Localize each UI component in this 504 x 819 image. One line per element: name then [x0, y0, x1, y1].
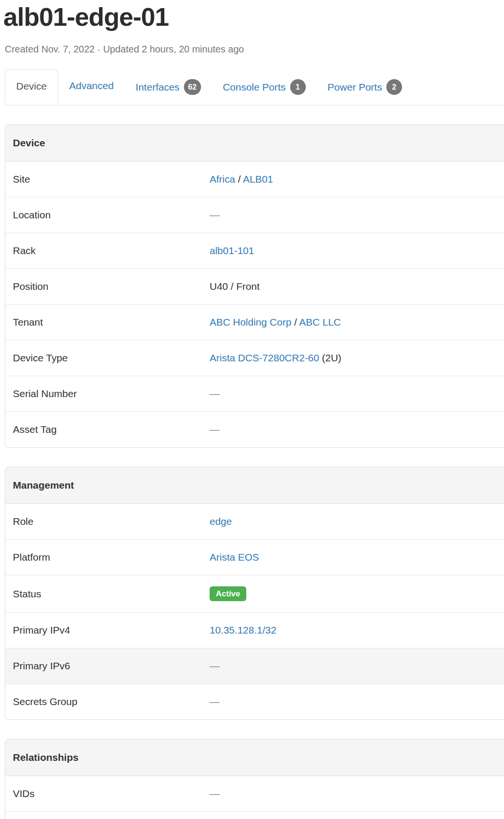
- row-label: Location: [5, 208, 210, 222]
- row-label: Status: [5, 587, 210, 601]
- value-text: /: [292, 317, 299, 328]
- row-value: —: [210, 208, 220, 222]
- row-label: Rack: [5, 244, 210, 257]
- table-row: PositionU40 / Front: [5, 268, 504, 304]
- device-detail-page: alb01-edge-01 Created Nov. 7, 2022 · Upd…: [0, 3, 504, 819]
- created-updated-text: Created Nov. 7, 2022 · Updated 2 hours, …: [5, 44, 504, 55]
- tab-device[interactable]: Device: [5, 69, 58, 103]
- row-label: Position: [5, 280, 210, 293]
- value-link[interactable]: Arista DCS-7280CR2-60: [210, 352, 319, 363]
- value-link[interactable]: 10.35.128.1/32: [210, 624, 276, 635]
- table-row: Rackalb01-101: [5, 233, 504, 268]
- table-row: Primary IPv410.35.128.1/32: [5, 612, 504, 648]
- row-value: Active: [210, 586, 246, 601]
- row-value: —: [210, 423, 220, 436]
- value-text: U40 / Front: [210, 281, 260, 292]
- empty-value-dash: —: [210, 660, 220, 671]
- table-row: Secrets Group—: [5, 684, 504, 719]
- table-row: SiteAfrica / ALB01: [5, 162, 504, 197]
- tab-count-badge: 2: [386, 79, 402, 95]
- tab-console-ports[interactable]: Console Ports1: [212, 69, 317, 105]
- row-label: Role: [5, 515, 210, 528]
- row-label: Serial Number: [5, 387, 210, 400]
- row-label: Platform: [5, 551, 210, 564]
- row-value: edge: [210, 515, 232, 528]
- status-badge[interactable]: Active: [210, 586, 246, 601]
- panel-title: Relationships: [5, 739, 504, 776]
- empty-value-dash: —: [210, 788, 220, 799]
- table-row: Primary IPv6—: [5, 648, 504, 684]
- table-row: Serial Number—: [5, 376, 504, 411]
- table-row: [5, 811, 504, 819]
- tab-interfaces[interactable]: Interfaces62: [125, 69, 212, 105]
- panel-title: Device: [5, 125, 504, 162]
- empty-value-dash: —: [210, 388, 220, 399]
- value-link[interactable]: edge: [210, 516, 232, 527]
- row-value: Arista EOS: [210, 551, 259, 564]
- table-row: Roleedge: [5, 504, 504, 539]
- tab-advanced[interactable]: Advanced: [58, 69, 124, 102]
- value-link[interactable]: ABC LLC: [299, 317, 341, 328]
- table-row: StatusActive: [5, 575, 504, 612]
- empty-value-dash: —: [210, 209, 220, 220]
- value-text: /: [235, 174, 243, 184]
- empty-value-dash: —: [210, 424, 220, 435]
- row-label: Asset Tag: [5, 423, 210, 436]
- tab-count-badge: 62: [184, 79, 201, 95]
- tab-label: Power Ports: [328, 81, 382, 94]
- panel-title: Management: [5, 467, 504, 504]
- page-title: alb01-edge-01: [3, 3, 504, 31]
- value-link[interactable]: Arista EOS: [210, 552, 259, 563]
- row-label: Device Type: [5, 351, 210, 365]
- empty-value-dash: —: [210, 696, 220, 707]
- panels-container: DeviceSiteAfrica / ALB01Location—Rackalb…: [0, 124, 504, 819]
- table-row: Device TypeArista DCS-7280CR2-60 (2U): [5, 340, 504, 376]
- tab-label: Device: [16, 80, 47, 93]
- tab-count-badge: 1: [290, 79, 306, 95]
- row-value: —: [210, 787, 220, 800]
- value-text: (2U): [319, 352, 342, 363]
- value-link[interactable]: Africa: [210, 174, 235, 184]
- table-row: Asset Tag—: [5, 411, 504, 447]
- tab-power-ports[interactable]: Power Ports2: [317, 69, 413, 105]
- row-value: 10.35.128.1/32: [210, 624, 276, 637]
- table-row: Location—: [5, 197, 504, 233]
- panel-management: ManagementRoleedgePlatformArista EOSStat…: [5, 467, 504, 720]
- table-row: PlatformArista EOS: [5, 539, 504, 575]
- row-value: Africa / ALB01: [210, 173, 273, 186]
- row-value: Arista DCS-7280CR2-60 (2U): [210, 351, 342, 365]
- row-label: Primary IPv4: [5, 624, 210, 637]
- row-label: VIDs: [5, 787, 210, 800]
- row-value: U40 / Front: [210, 280, 260, 293]
- table-row: TenantABC Holding Corp / ABC LLC: [5, 304, 504, 340]
- row-value: —: [210, 387, 220, 400]
- row-value: alb01-101: [210, 244, 254, 257]
- panel-device: DeviceSiteAfrica / ALB01Location—Rackalb…: [5, 124, 504, 448]
- tab-label: Console Ports: [223, 81, 286, 94]
- tab-bar: DeviceAdvancedInterfaces62Console Ports1…: [5, 69, 504, 105]
- tab-label: Interfaces: [136, 81, 180, 94]
- row-label: Tenant: [5, 316, 210, 329]
- row-label: Secrets Group: [5, 695, 210, 708]
- row-label: Site: [5, 173, 210, 186]
- row-value: —: [210, 695, 220, 708]
- value-link[interactable]: alb01-101: [210, 245, 254, 256]
- value-link[interactable]: ABC Holding Corp: [210, 317, 292, 328]
- value-link[interactable]: ALB01: [243, 174, 273, 184]
- row-value: ABC Holding Corp / ABC LLC: [210, 316, 341, 329]
- row-label: Primary IPv6: [5, 659, 210, 673]
- row-value: —: [210, 659, 220, 673]
- panel-relationships: RelationshipsVIDs—: [5, 739, 504, 819]
- tab-label: Advanced: [69, 79, 113, 92]
- table-row: VIDs—: [5, 776, 504, 811]
